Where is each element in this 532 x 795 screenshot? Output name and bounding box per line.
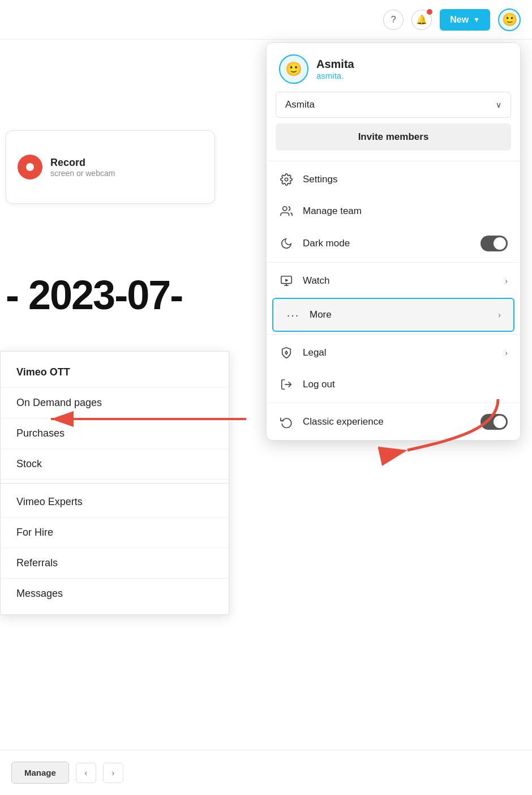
manage-team-icon (279, 204, 294, 219)
help-button[interactable]: ? (383, 10, 404, 30)
logout-label: Log out (303, 379, 335, 390)
svg-point-4 (285, 352, 288, 354)
arrow-to-vimeo-ott (45, 396, 249, 444)
more-submenu: Vimeo OTT On Demand pages Purchases Stoc… (0, 351, 229, 615)
user-avatar-button[interactable]: 🙂 (498, 8, 521, 31)
record-card[interactable]: Record screen or webcam (6, 130, 215, 204)
svg-marker-3 (285, 279, 289, 282)
svg-point-1 (283, 207, 287, 211)
user-handle: asmita. (316, 71, 354, 80)
more-item-left: ··· More (286, 307, 332, 322)
settings-menu-item[interactable]: Settings (267, 164, 520, 195)
help-icon: ? (391, 15, 396, 25)
vimeo-ott-label: Vimeo OTT (16, 366, 70, 378)
notifications-button[interactable]: 🔔 (411, 10, 432, 30)
bell-icon: 🔔 (416, 14, 427, 25)
classic-item-left: Classic experience (279, 414, 384, 429)
watch-item-left: Watch (279, 273, 330, 288)
list-item[interactable]: Vimeo Experts (1, 483, 229, 518)
list-item[interactable]: Stock (1, 449, 229, 480)
manage-team-label: Manage team (303, 206, 362, 217)
classic-label: Classic experience (303, 416, 384, 428)
toggle-knob (494, 237, 506, 250)
divider-2 (267, 262, 520, 263)
dark-mode-toggle[interactable] (480, 236, 508, 251)
user-header: 🙂 Asmita asmita. (267, 43, 520, 92)
tab-manage[interactable]: Manage (11, 762, 69, 784)
settings-item-left: Settings (279, 172, 337, 187)
for-hire-label: For Hire (16, 527, 53, 538)
logout-icon (279, 377, 294, 392)
list-item[interactable]: Referrals (1, 548, 229, 579)
tab-next-button[interactable]: › (103, 763, 123, 783)
list-item[interactable]: Vimeo OTT (1, 357, 229, 388)
user-name: Asmita (316, 58, 354, 71)
vimeo-experts-label: Vimeo Experts (16, 496, 83, 507)
date-text: - 2023-07- (6, 272, 182, 318)
user-dropdown: 🙂 Asmita asmita. Asmita ∨ Invite members… (266, 42, 521, 441)
settings-icon (279, 172, 294, 187)
legal-icon (279, 345, 294, 360)
user-avatar: 🙂 (279, 54, 308, 84)
list-item[interactable]: For Hire (1, 518, 229, 548)
user-info: Asmita asmita. (316, 58, 354, 80)
dark-mode-menu-item[interactable]: Dark mode (267, 227, 520, 260)
avatar-smiley-icon: 🙂 (285, 61, 302, 77)
record-title: Record (50, 157, 115, 169)
legal-label: Legal (303, 347, 327, 358)
watch-chevron: › (505, 276, 508, 285)
stock-label: Stock (16, 458, 42, 469)
invite-members-button[interactable]: Invite members (276, 123, 511, 151)
more-icon: ··· (286, 307, 301, 322)
dark-mode-item-left: Dark mode (279, 236, 350, 251)
legal-item-left: Legal (279, 345, 327, 360)
referrals-label: Referrals (16, 557, 58, 569)
legal-menu-item[interactable]: Legal › (267, 337, 520, 369)
workspace-chevron: ∨ (496, 100, 501, 109)
watch-label: Watch (303, 275, 330, 287)
watch-menu-item[interactable]: Watch › (267, 265, 520, 297)
workspace-selector[interactable]: Asmita ∨ (276, 92, 511, 118)
list-item[interactable]: Messages (1, 579, 229, 609)
tab-prev-button[interactable]: ‹ (76, 763, 96, 783)
divider-3 (267, 334, 520, 335)
svg-point-0 (285, 178, 288, 181)
topbar: ? 🔔 New ▼ 🙂 (0, 0, 532, 40)
manage-team-item-left: Manage team (279, 204, 362, 219)
record-subtitle: screen or webcam (50, 169, 115, 178)
more-label: More (310, 309, 332, 320)
messages-label: Messages (16, 588, 63, 599)
chevron-right-icon: › (112, 768, 115, 777)
logout-item-left: Log out (279, 377, 335, 392)
avatar-icon: 🙂 (502, 12, 517, 27)
dark-mode-label: Dark mode (303, 238, 350, 249)
more-menu-item[interactable]: ··· More › (272, 298, 514, 332)
workspace-label: Asmita (285, 99, 315, 110)
new-label: New (450, 15, 469, 25)
settings-label: Settings (303, 174, 337, 185)
more-chevron: › (498, 310, 501, 319)
chevron-left-icon: ‹ (85, 768, 88, 777)
classic-icon (279, 414, 294, 429)
legal-chevron: › (505, 348, 508, 357)
divider (267, 161, 520, 161)
notification-badge (427, 9, 432, 15)
watch-icon (279, 273, 294, 288)
bottom-tabs-bar: Manage ‹ › (0, 750, 532, 795)
record-text: Record screen or webcam (50, 157, 115, 178)
dark-mode-icon (279, 236, 294, 251)
manage-team-menu-item[interactable]: Manage team (267, 195, 520, 227)
record-icon (18, 155, 42, 179)
arrow-to-more (391, 394, 504, 464)
new-chevron: ▼ (473, 16, 480, 24)
new-button[interactable]: New ▼ (440, 9, 490, 31)
